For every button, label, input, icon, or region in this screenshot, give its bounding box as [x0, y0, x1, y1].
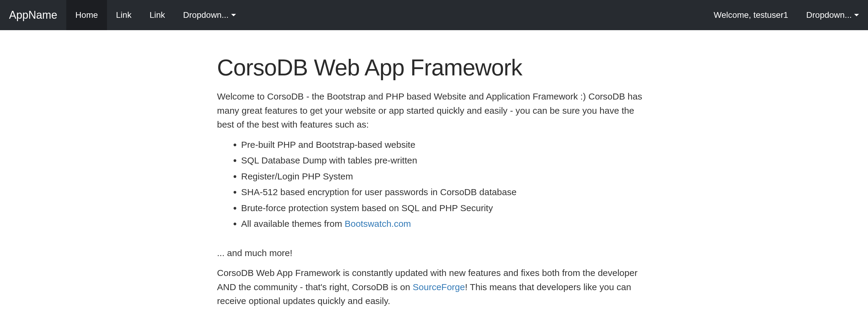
page-title: CorsoDB Web App Framework — [217, 54, 651, 81]
nav-item-label: Dropdown... — [183, 10, 229, 20]
list-item: SHA-512 based encryption for user passwo… — [241, 185, 651, 199]
intro-paragraph: Welcome to CorsoDB - the Bootstrap and P… — [217, 90, 651, 132]
nav-item-welcome[interactable]: Welcome, testuser1 — [705, 0, 797, 30]
chevron-down-icon — [231, 14, 236, 16]
nav-item-link-2[interactable]: Link — [141, 0, 174, 30]
nav-item-label: Link — [116, 10, 131, 20]
list-item: Register/Login PHP System — [241, 169, 651, 184]
nav-item-link-1[interactable]: Link — [107, 0, 141, 30]
chevron-down-icon — [854, 14, 859, 16]
bootswatch-link[interactable]: Bootswatch.com — [344, 219, 411, 229]
list-item-text: All available themes from — [241, 219, 344, 229]
outro-paragraph: CorsoDB Web App Framework is constantly … — [217, 266, 651, 308]
nav-left: Home Link Link Dropdown... — [66, 0, 245, 30]
sourceforge-link[interactable]: SourceForge — [412, 282, 465, 292]
nav-item-label: Dropdown... — [806, 10, 852, 20]
nav-item-label: Link — [150, 10, 165, 20]
list-item: Brute-force protection system based on S… — [241, 201, 651, 215]
nav-item-user-dropdown[interactable]: Dropdown... — [797, 0, 868, 30]
main-content: CorsoDB Web App Framework Welcome to Cor… — [211, 30, 657, 326]
nav-item-dropdown[interactable]: Dropdown... — [174, 0, 245, 30]
nav-right: Welcome, testuser1 Dropdown... — [705, 0, 868, 30]
nav-item-label: Welcome, testuser1 — [714, 10, 788, 20]
list-item: All available themes from Bootswatch.com — [241, 217, 651, 231]
more-paragraph: ... and much more! — [217, 246, 651, 260]
list-item: Pre-built PHP and Bootstrap-based websit… — [241, 138, 651, 152]
nav-item-home[interactable]: Home — [66, 0, 107, 30]
nav-item-label: Home — [75, 10, 98, 20]
feature-list: Pre-built PHP and Bootstrap-based websit… — [217, 138, 651, 231]
navbar: AppName Home Link Link Dropdown... Welco… — [0, 0, 868, 30]
footer: AppName © 2015, NSTechnologies. | Link |… — [48, 326, 820, 336]
list-item: SQL Database Dump with tables pre-writte… — [241, 153, 651, 168]
navbar-brand[interactable]: AppName — [0, 0, 66, 30]
